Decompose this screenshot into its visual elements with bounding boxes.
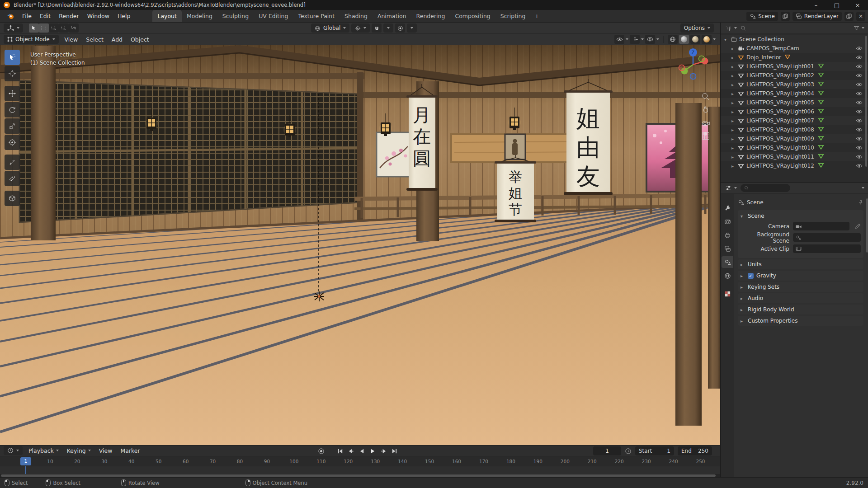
chevron-down-icon[interactable] <box>862 27 864 29</box>
timeline-scrollbar[interactable] <box>0 474 720 477</box>
shading-wireframe-button[interactable] <box>668 35 678 44</box>
jump-next-keyframe-button[interactable] <box>379 446 388 455</box>
tool-scale-button[interactable] <box>5 118 20 134</box>
remove-view-layer-button[interactable]: × <box>856 12 865 21</box>
panel-rigid-body-world[interactable]: ▸ Rigid Body World <box>738 305 863 314</box>
viewport[interactable]: 月 在 圓 姐 由 友 举 <box>0 45 720 445</box>
workspace-tab-compositing[interactable]: Compositing <box>450 10 495 22</box>
outliner-item[interactable]: ▸ CAMPOS_TempCam <box>721 44 868 53</box>
viewport-canvas[interactable]: 月 在 圓 姐 由 友 举 <box>0 45 720 445</box>
play-reverse-button[interactable] <box>357 446 366 455</box>
tab-texture[interactable] <box>722 288 733 300</box>
workspace-tab-scripting[interactable]: Scripting <box>495 10 531 22</box>
eye-icon[interactable] <box>856 82 863 87</box>
outliner-root-row[interactable]: ▾ Scene Collection <box>721 35 868 44</box>
workspace-tab-animation[interactable]: Animation <box>373 10 411 22</box>
outliner-editor-type-button[interactable] <box>724 23 738 33</box>
shading-solid-button[interactable] <box>679 35 689 44</box>
checkbox-checked[interactable]: ✓ <box>748 273 754 279</box>
property-id-field[interactable] <box>793 222 849 230</box>
new-scene-button[interactable] <box>781 12 790 21</box>
new-view-layer-button[interactable] <box>844 12 854 21</box>
tool-move-button[interactable] <box>5 86 20 101</box>
scrollbar-handle[interactable] <box>1 474 716 477</box>
properties-search-input[interactable] <box>741 184 790 192</box>
tool-annotate-button[interactable] <box>5 155 20 170</box>
gizmos-button[interactable] <box>630 35 640 44</box>
pin-icon[interactable] <box>858 200 863 205</box>
timeline-ruler[interactable]: 1 10203040506070809010011012013014015016… <box>0 456 720 467</box>
disclosure-icon[interactable]: ▸ <box>731 73 738 78</box>
disclosure-icon[interactable]: ▸ <box>731 145 738 150</box>
viewport-menu-object[interactable]: Object <box>127 36 153 43</box>
outliner-scrollbar[interactable] <box>865 36 867 167</box>
mode-selector[interactable]: Object Mode <box>4 35 59 44</box>
disclosure-icon[interactable]: ▸ <box>731 64 738 69</box>
workspace-tab-layout[interactable]: Layout <box>152 10 182 22</box>
outliner-item[interactable]: ▸ LIGHTPOS_VRayLight009 <box>721 134 868 143</box>
disclosure-icon[interactable]: ▸ <box>731 118 738 123</box>
pan-hand-icon[interactable] <box>701 105 710 114</box>
grid-ortho-icon[interactable] <box>701 131 710 141</box>
transform-orientation-dropdown[interactable]: Global <box>311 23 349 33</box>
timeline-menu-keying[interactable]: Keying <box>63 447 95 454</box>
outliner-item[interactable]: ▸ LIGHTPOS_VRayLight012 <box>721 161 868 170</box>
add-workspace-button[interactable]: + <box>530 10 543 22</box>
auto-keying-button[interactable] <box>316 446 326 455</box>
eye-icon[interactable] <box>856 109 863 114</box>
tool-rotate-button[interactable] <box>5 102 20 117</box>
viewport-menu-view[interactable]: View <box>61 36 82 43</box>
eye-icon[interactable] <box>856 73 863 78</box>
frame-start-field[interactable]: Start 1 <box>635 446 674 455</box>
shading-material-button[interactable] <box>690 35 700 44</box>
navigation-gizmo[interactable]: Z <box>675 47 711 83</box>
outliner-item[interactable]: ▸ LIGHTPOS_VRayLight003 <box>721 80 868 89</box>
eye-icon[interactable] <box>856 164 863 168</box>
tab-scene[interactable] <box>722 256 733 268</box>
outliner-item[interactable]: ▸ LIGHTPOS_VRayLight008 <box>721 125 868 134</box>
menu-window[interactable]: Window <box>83 10 113 22</box>
disclosure-icon[interactable]: ▸ <box>731 46 738 51</box>
search-icon[interactable] <box>741 25 746 31</box>
panel-custom-properties[interactable]: ▸ Custom Properties <box>738 316 863 326</box>
tab-tool[interactable] <box>722 202 733 214</box>
zoom-icon[interactable] <box>701 92 710 101</box>
disclosure-icon[interactable]: ▸ <box>731 127 738 132</box>
eye-icon[interactable] <box>856 145 863 150</box>
eye-icon[interactable] <box>856 155 863 159</box>
pivot-point-dropdown[interactable] <box>351 23 370 33</box>
eye-icon[interactable] <box>856 64 863 69</box>
snap-toggle-button[interactable] <box>372 23 382 33</box>
eye-icon[interactable] <box>856 55 863 60</box>
viewport-menu-select[interactable]: Select <box>82 36 108 43</box>
scene-panel-header[interactable]: ▾ Scene <box>741 211 861 221</box>
disclosure-icon[interactable]: ▸ <box>731 91 738 96</box>
jump-to-end-button[interactable] <box>390 446 399 455</box>
minimize-button[interactable]: – <box>806 0 826 10</box>
properties-scrollbar[interactable] <box>866 198 868 253</box>
menu-help[interactable]: Help <box>113 10 135 22</box>
tool-add-cube-button[interactable] <box>5 191 20 206</box>
tool-cursor-button[interactable] <box>5 66 20 81</box>
panel-gravity[interactable]: ▸ ✓ Gravity <box>738 271 863 281</box>
tool-transform-button[interactable] <box>5 135 20 150</box>
panel-units[interactable]: ▸ Units <box>738 259 863 269</box>
outliner-item[interactable]: ▸ LIGHTPOS_VRayLight011 <box>721 152 868 161</box>
playhead-marker[interactable]: 1 <box>20 457 31 465</box>
viewport-menu-add[interactable]: Add <box>108 36 127 43</box>
tool-select-box-button[interactable] <box>5 50 20 65</box>
proportional-falloff-dropdown[interactable] <box>407 23 417 33</box>
tool-measure-button[interactable] <box>5 171 20 186</box>
object-visibility-button[interactable] <box>614 35 624 44</box>
scene-selector[interactable]: Scene <box>746 12 778 21</box>
editor-type-button[interactable] <box>4 23 23 33</box>
maximize-button[interactable]: □ <box>826 0 847 10</box>
jump-prev-keyframe-button[interactable] <box>346 446 355 455</box>
frame-end-field[interactable]: End 250 <box>678 446 712 455</box>
shading-rendered-button[interactable] <box>702 35 712 44</box>
menu-file[interactable]: File <box>18 10 36 22</box>
property-id-field[interactable] <box>793 244 861 253</box>
outliner-item[interactable]: ▸ LIGHTPOS_VRayLight007 <box>721 116 868 125</box>
play-button[interactable] <box>368 446 377 455</box>
camera-view-icon[interactable] <box>701 118 710 127</box>
